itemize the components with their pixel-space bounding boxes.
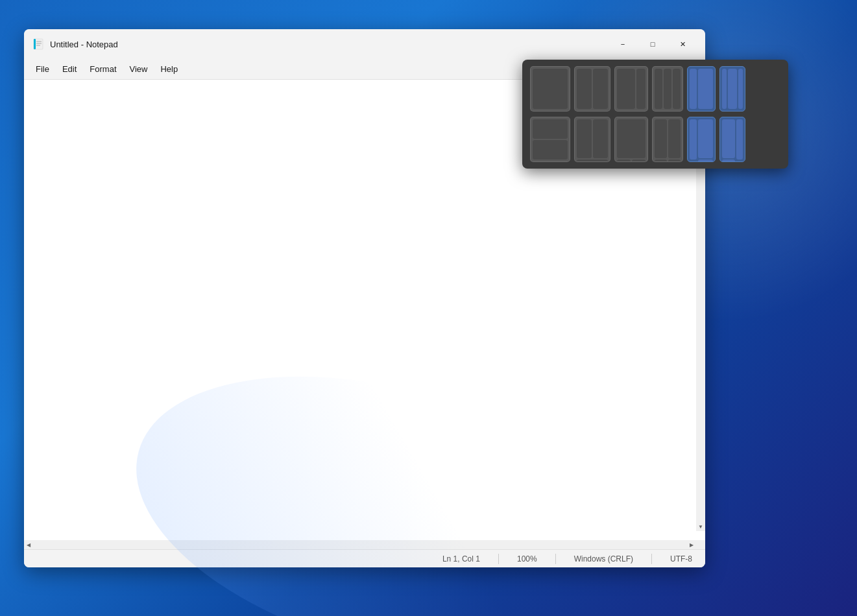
status-divider-1 <box>498 554 499 564</box>
snap-pane-9-1 <box>617 119 646 158</box>
menu-file[interactable]: File <box>29 62 56 77</box>
snap-layout-10-top <box>655 119 681 158</box>
snap-pane-7-1 <box>533 119 568 139</box>
snap-pane-11-2 <box>698 119 713 158</box>
snap-layout-10[interactable] <box>652 117 683 162</box>
snap-layout-3[interactable] <box>614 66 648 112</box>
notepad-icon <box>32 38 45 51</box>
snap-layout-12-left <box>722 119 735 160</box>
scroll-left-arrow[interactable]: ◀ <box>24 540 33 549</box>
status-divider-3 <box>651 554 652 564</box>
snap-layout-4[interactable] <box>652 66 683 112</box>
status-encoding: UTF-8 <box>665 553 697 565</box>
scroll-corner <box>696 540 705 549</box>
snap-pane-8-3 <box>577 160 608 162</box>
snap-pane-10-3 <box>655 160 667 162</box>
snap-row-2 <box>530 117 780 162</box>
snap-pane-12-1 <box>722 119 735 158</box>
snap-layout-12[interactable] <box>719 117 745 162</box>
scrollbar-horizontal-row: ◀ ▶ <box>24 540 705 549</box>
snap-pane-9-3 <box>632 160 646 162</box>
snap-pane-9-2 <box>617 160 631 162</box>
status-line-ending: Windows (CRLF) <box>569 553 638 565</box>
minimize-button[interactable]: − <box>608 34 638 54</box>
menu-help[interactable]: Help <box>154 62 184 77</box>
snap-pane-12-2 <box>722 160 735 162</box>
scrollbar-track-h <box>33 541 687 548</box>
snap-layout-9-bottom <box>617 160 646 162</box>
snap-pane-2-2 <box>593 69 608 109</box>
snap-pane-7-2 <box>533 140 568 160</box>
snap-pane-12-3 <box>736 119 743 160</box>
snap-pane-10-4 <box>668 160 681 162</box>
snap-layouts-panel <box>522 60 788 169</box>
snap-pane-3-2 <box>636 69 646 109</box>
menu-view[interactable]: View <box>123 62 154 77</box>
snap-layout-11[interactable] <box>687 117 716 162</box>
snap-pane-8-1 <box>577 119 592 158</box>
snap-layout-9[interactable] <box>614 117 648 162</box>
snap-row-1 <box>530 66 780 112</box>
snap-pane-6-1 <box>722 69 727 109</box>
snap-pane-5-1 <box>690 69 697 109</box>
svg-rect-1 <box>34 39 36 49</box>
snap-pane-5-2 <box>698 69 713 109</box>
snap-layout-11-right <box>698 119 713 160</box>
snap-pane-1-1 <box>533 69 568 109</box>
snap-layout-10-bottom <box>655 160 681 162</box>
snap-pane-2-1 <box>577 69 592 109</box>
snap-pane-11-3 <box>698 160 713 162</box>
snap-layout-5[interactable] <box>687 66 716 112</box>
menu-edit[interactable]: Edit <box>56 62 83 77</box>
snap-pane-6-2 <box>728 69 737 109</box>
snap-layout-2[interactable] <box>574 66 610 112</box>
title-bar: Untitled - Notepad − □ ✕ <box>24 29 705 59</box>
close-button[interactable]: ✕ <box>668 34 697 54</box>
snap-pane-11-1 <box>690 119 697 160</box>
scroll-down-arrow[interactable]: ▼ <box>696 522 705 531</box>
status-position: Ln 1, Col 1 <box>437 553 485 565</box>
snap-pane-8-2 <box>593 119 608 158</box>
status-zoom: 100% <box>512 553 542 565</box>
snap-layout-7[interactable] <box>530 117 570 162</box>
snap-pane-10-2 <box>668 119 681 158</box>
snap-pane-6-3 <box>738 69 743 109</box>
menu-format[interactable]: Format <box>83 62 123 77</box>
snap-pane-3-1 <box>617 69 635 109</box>
maximize-button[interactable]: □ <box>638 34 668 54</box>
snap-layout-8[interactable] <box>574 117 610 162</box>
snap-pane-4-3 <box>673 69 681 109</box>
status-divider-2 <box>555 554 556 564</box>
window-title: Untitled - Notepad <box>50 40 608 49</box>
snap-layout-1[interactable] <box>530 66 570 112</box>
snap-layout-6[interactable] <box>719 66 745 112</box>
snap-pane-4-2 <box>664 69 671 109</box>
snap-pane-4-1 <box>655 69 662 109</box>
snap-layout-8-top <box>577 119 608 158</box>
window-controls: − □ ✕ <box>608 34 697 54</box>
scroll-right-arrow[interactable]: ▶ <box>687 540 696 549</box>
snap-pane-10-1 <box>655 119 667 158</box>
status-bar: Ln 1, Col 1 100% Windows (CRLF) UTF-8 <box>24 549 705 567</box>
